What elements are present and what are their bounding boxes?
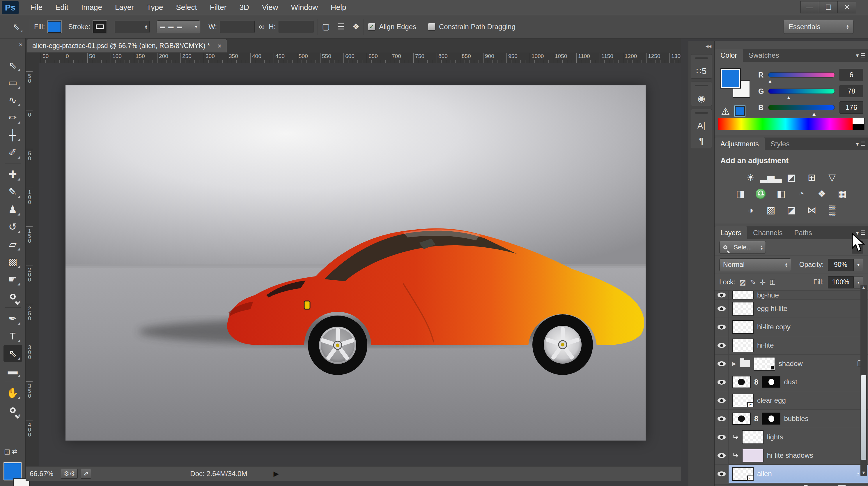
stroke-type-dropdown[interactable]: ▬ ▬ ▬▾ [157, 20, 200, 33]
panel-menu-icon[interactable]: ▾ ☰ [856, 52, 866, 59]
align-distribute-icon[interactable]: ☰ [337, 22, 345, 31]
menu-window[interactable]: Window [285, 3, 324, 12]
layer-name[interactable]: bubbles [784, 414, 808, 423]
eye-icon[interactable] [717, 343, 726, 348]
pen-tool[interactable]: ✒◢ [3, 310, 22, 327]
threshold-icon[interactable]: ◪ [785, 204, 798, 216]
color-lookup-icon[interactable]: ▦ [836, 188, 849, 200]
slider-thumb[interactable]: ▲ [786, 95, 792, 101]
canvas-area[interactable] [38, 63, 681, 466]
layer-name[interactable]: bg-hue [757, 291, 779, 299]
mask-thumbnail[interactable] [762, 376, 780, 388]
foreground-color-chip[interactable] [3, 462, 22, 481]
hue-saturation-icon[interactable]: ◨ [734, 188, 747, 200]
maximize-button[interactable]: ☐ [819, 1, 838, 13]
levels-icon[interactable]: ▂▅▃ [765, 172, 777, 183]
eye-icon[interactable] [717, 361, 726, 366]
align-edges-checkbox[interactable]: ✓ [368, 23, 375, 31]
layer-row[interactable]: hi-lite [715, 336, 868, 354]
blend-mode-dropdown[interactable]: Normal▴▾ [719, 258, 791, 271]
link-dimensions-icon[interactable]: ∞ [259, 22, 265, 31]
zoom-tool[interactable]: ◢ [3, 402, 22, 419]
layer-body[interactable]: egg hi-lite [728, 299, 868, 318]
channel-slider-g[interactable]: ▲ [768, 89, 835, 94]
visibility-cell[interactable] [715, 354, 728, 373]
visibility-cell[interactable] [715, 336, 728, 354]
layer-thumbnail[interactable] [732, 412, 751, 425]
brush-tool[interactable]: ✎◢ [3, 183, 22, 200]
document-image[interactable] [65, 85, 646, 440]
layer-thumbnail[interactable] [732, 302, 754, 316]
layer-body[interactable]: ↵hi-lite shadows [728, 447, 868, 464]
layer-thumbnail[interactable] [732, 339, 754, 352]
layer-row[interactable]: bg-hue [715, 291, 868, 299]
stroke-swatch[interactable] [93, 21, 106, 33]
eye-icon[interactable] [717, 398, 726, 403]
mini-bridge-icon[interactable]: ⚙⚙ [61, 469, 78, 479]
expand-dock-icon[interactable]: ◂◂ [688, 41, 714, 51]
layer-thumbnail[interactable] [742, 430, 764, 444]
channel-slider-b[interactable]: ▲ [768, 105, 835, 110]
eye-icon[interactable] [717, 435, 726, 440]
minimize-button[interactable]: — [801, 1, 819, 13]
eyedropper-tool[interactable]: ✐◢ [3, 144, 22, 161]
gamut-warning-icon[interactable]: ⚠ [721, 106, 730, 117]
visibility-cell[interactable] [715, 428, 728, 446]
layer-thumbnail[interactable] [732, 376, 751, 388]
smudge-tool[interactable]: ☛◢ [3, 271, 22, 288]
clone-source-panel-icon[interactable]: ◉ [698, 93, 705, 104]
paragraph-panel-icon[interactable]: ¶ [699, 136, 704, 146]
menu-view[interactable]: View [255, 3, 285, 12]
layer-row[interactable]: egg hi-lite [715, 299, 868, 318]
visibility-cell[interactable] [715, 447, 728, 464]
exposure-icon[interactable]: ⊞ [805, 172, 818, 183]
scrollbar-thumb[interactable] [861, 375, 866, 460]
layer-thumbnail[interactable] [742, 449, 764, 462]
slider-thumb[interactable]: ▲ [768, 78, 773, 85]
color-balance-icon[interactable]: ♎ [754, 188, 767, 200]
layer-body[interactable]: ⌐clear egg [728, 391, 868, 409]
history-brush-tool[interactable]: ↺◢ [3, 218, 22, 235]
hand-tool[interactable]: ✋◢ [3, 384, 22, 401]
layer-name[interactable]: alien [757, 470, 772, 478]
slider-thumb[interactable]: ▲ [811, 111, 817, 117]
layer-thumbnail[interactable] [732, 320, 754, 334]
fill-swatch[interactable] [48, 21, 61, 33]
doc-size-info[interactable]: Doc: 2.64M/34.0M [190, 470, 247, 478]
visibility-cell[interactable] [715, 291, 728, 299]
document-tab[interactable]: alien-egg-practice-01.psd @ 66.7% (alien… [27, 39, 227, 53]
layer-row[interactable]: ↵lights [715, 428, 868, 447]
gamut-color-swatch[interactable] [735, 106, 745, 116]
channel-value[interactable]: 78 [839, 85, 863, 97]
channel-mixer-icon[interactable]: ❖ [816, 188, 829, 200]
layer-thumbnail[interactable] [732, 291, 754, 299]
opacity-value[interactable]: 90% [828, 259, 854, 271]
menu-help[interactable]: Help [324, 3, 352, 12]
vertical-ruler[interactable]: 50050100150200250300350400 [26, 63, 38, 466]
arrange-icon[interactable]: ❖ [352, 22, 360, 31]
dodge-tool[interactable]: ◢ [3, 288, 22, 305]
eye-icon[interactable] [717, 471, 726, 476]
eraser-tool[interactable]: ▱◢ [3, 236, 22, 253]
zoom-level[interactable]: 66.67% [30, 470, 53, 478]
posterize-icon[interactable]: ▨ [765, 204, 777, 216]
photo-filter-icon[interactable]: ◔ [795, 188, 808, 200]
eye-icon[interactable] [717, 417, 726, 421]
visibility-cell[interactable] [715, 373, 728, 391]
menu-image[interactable]: Image [75, 3, 108, 12]
visibility-cell[interactable] [715, 299, 728, 318]
align-left-edges-icon[interactable]: ▢ [322, 22, 330, 31]
spot-healing-brush-tool[interactable]: ✚◢ [3, 166, 22, 183]
close-document-icon[interactable]: × [217, 42, 221, 50]
layer-row[interactable]: ⌐clear egg [715, 391, 868, 410]
layer-body[interactable]: hi-lite [728, 336, 868, 354]
height-input[interactable] [279, 21, 313, 33]
layer-name[interactable]: lights [767, 433, 783, 441]
fill-value[interactable]: 100% [828, 276, 854, 288]
tab-channels[interactable]: Channels [747, 226, 788, 239]
layer-name[interactable]: dust [784, 378, 797, 386]
crop-tool[interactable]: ┼◢ [3, 126, 22, 143]
layer-body[interactable]: 8dust [728, 373, 868, 391]
layer-name[interactable]: hi-lite [757, 341, 774, 349]
rectangle-tool[interactable]: ▬◢ [3, 363, 22, 379]
